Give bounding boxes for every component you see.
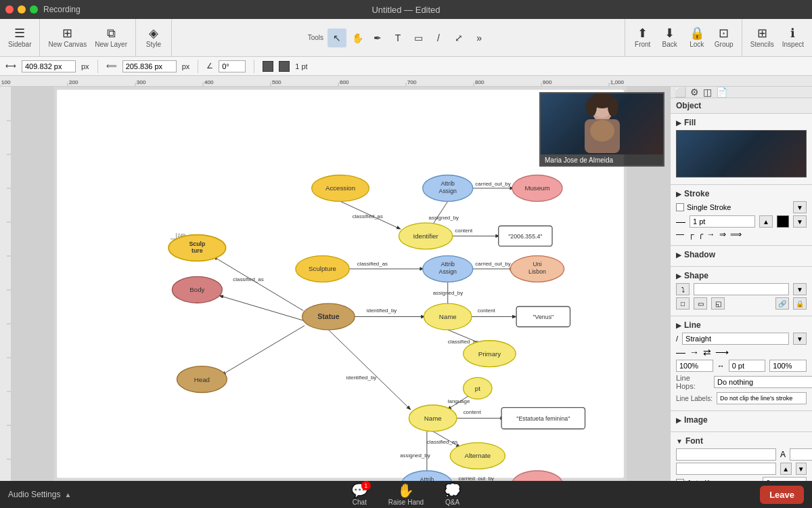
- back-button[interactable]: ⬇ Back: [658, 26, 682, 49]
- chat-button[interactable]: 💬 Chat 1: [351, 484, 368, 506]
- stroke-join3[interactable]: ╭: [698, 230, 703, 239]
- pen-tool[interactable]: ✒: [368, 28, 387, 47]
- sidebar-button[interactable]: ☰ Sidebar: [5, 26, 34, 49]
- image-arrow: ▶: [676, 417, 681, 424]
- shape-sq1[interactable]: □: [676, 297, 690, 310]
- shape-input1[interactable]: [694, 283, 789, 295]
- stroke-arrow2[interactable]: ⇒: [719, 230, 726, 239]
- svg-text:identified_by: identified_by: [346, 375, 377, 381]
- close-button[interactable]: [5, 5, 14, 14]
- panel-icon-3[interactable]: ◫: [703, 87, 712, 98]
- stroke-header[interactable]: ▶ Stroke: [676, 189, 807, 198]
- shape-btn1[interactable]: ⤵: [676, 283, 690, 295]
- new-layer-button[interactable]: ⧉ New Layer: [92, 26, 130, 49]
- video-background: [541, 93, 663, 154]
- qa-button[interactable]: 💭 Q&A: [444, 484, 461, 506]
- select-tool[interactable]: ↖: [328, 28, 346, 47]
- color-swatch-mini: [263, 61, 273, 72]
- minimize-button[interactable]: [18, 5, 26, 14]
- single-stroke-checkbox[interactable]: [676, 203, 684, 211]
- angle1-input[interactable]: [219, 60, 246, 72]
- line-hops-input[interactable]: [714, 376, 812, 388]
- line-end-r[interactable]: →: [690, 347, 699, 358]
- image-header[interactable]: ▶ Image: [676, 415, 807, 425]
- raise-hand-button[interactable]: ✋ Raise Hand: [388, 484, 424, 506]
- svg-text:Name: Name: [439, 313, 457, 320]
- stroke-color-swatch[interactable]: [777, 215, 789, 228]
- right-panel: ⬜ ⚙ ◫ 📄 Object ▶ Fill ▶ Stroke Single St…: [670, 87, 812, 481]
- line-end-swap[interactable]: ⇄: [703, 347, 711, 358]
- stroke-weight-input[interactable]: [690, 215, 755, 228]
- svg-point-124: [590, 120, 614, 142]
- canvas[interactable]: 249 classified_as carried_out_by assigne…: [11, 87, 670, 481]
- new-layer-icon: ⧉: [107, 27, 116, 39]
- font-up[interactable]: ▲: [780, 463, 792, 475]
- shape-sq2[interactable]: ▭: [694, 297, 707, 310]
- connection-tool[interactable]: ⤢: [449, 28, 468, 47]
- font-family-input[interactable]: [676, 448, 776, 461]
- font-size-input[interactable]: [790, 448, 812, 461]
- font-header[interactable]: ▼ Font: [676, 436, 807, 446]
- stroke-join1[interactable]: —: [676, 230, 684, 239]
- svg-text:language: language: [448, 398, 470, 404]
- font-family-row: A: [676, 448, 807, 461]
- y-label: ⟸: [106, 62, 117, 70]
- stroke-weight-icon: —: [676, 216, 685, 227]
- x-input[interactable]: [22, 60, 76, 72]
- audio-settings-arrow[interactable]: ▲: [64, 491, 71, 499]
- shape-lock2[interactable]: 🔒: [793, 297, 807, 310]
- shape-sq3[interactable]: ◱: [711, 297, 725, 310]
- stencils-label: Stencils: [750, 41, 774, 48]
- stroke-arrow3[interactable]: ⟹: [730, 230, 742, 239]
- front-button[interactable]: ⬆ Front: [631, 26, 655, 49]
- y-input[interactable]: [122, 60, 177, 72]
- svg-text:Attrib: Attrib: [441, 261, 455, 268]
- vertical-ruler: [0, 87, 11, 481]
- svg-text:500: 500: [272, 79, 281, 85]
- stroke-arrow1[interactable]: →: [707, 230, 715, 239]
- style-button[interactable]: ◈ Style: [141, 26, 166, 49]
- shape-btn2[interactable]: ▼: [793, 283, 807, 295]
- line-pct1-input[interactable]: [676, 360, 713, 372]
- stroke-up[interactable]: ▲: [759, 215, 773, 228]
- line-end-long[interactable]: ⟶: [715, 347, 729, 358]
- line-header[interactable]: ▶ Line: [676, 320, 807, 330]
- shape-arrow: ▶: [676, 272, 681, 280]
- meeting-controls: 💬 Chat 1 ✋ Raise Hand 💭 Q&A: [351, 484, 461, 506]
- shadow-header[interactable]: ▶ Shadow: [676, 250, 807, 259]
- stroke-color-dropdown[interactable]: ▼: [793, 215, 807, 228]
- line-type-dropdown[interactable]: ▼: [793, 333, 807, 345]
- group-button[interactable]: ⊡ Group: [712, 26, 736, 49]
- font-style-input[interactable]: [676, 463, 776, 475]
- shape-header[interactable]: ▶ Shape: [676, 271, 807, 280]
- line-end-l[interactable]: —: [676, 347, 685, 358]
- leave-button[interactable]: Leave: [760, 486, 804, 504]
- panel-icon-1[interactable]: ⬜: [675, 87, 686, 98]
- stroke-join2[interactable]: ┌: [688, 230, 694, 239]
- font-down[interactable]: ▼: [796, 463, 807, 475]
- line-type-input[interactable]: [682, 333, 789, 345]
- fill-header[interactable]: ▶ Fill: [676, 118, 807, 127]
- line-pt-input[interactable]: [729, 360, 766, 372]
- panel-icon-2[interactable]: ⚙: [690, 87, 699, 98]
- panel-icon-4[interactable]: 📄: [716, 87, 727, 98]
- shape-tool[interactable]: ▭: [409, 28, 428, 47]
- new-canvas-button[interactable]: ⊞ New Canvas: [45, 26, 89, 49]
- inspect-button[interactable]: ℹ Inspect: [780, 26, 807, 49]
- stroke-dropdown[interactable]: ▼: [793, 201, 807, 213]
- svg-text:Alternate: Alternate: [464, 452, 491, 459]
- line-tool[interactable]: /: [429, 28, 448, 47]
- line-pct2-input[interactable]: [769, 360, 807, 372]
- hand-tool[interactable]: ✋: [348, 28, 367, 47]
- more-tool[interactable]: »: [470, 28, 489, 47]
- shadow-section: ▶ Shadow: [671, 246, 812, 267]
- stencils-button[interactable]: ⊞ Stencils: [748, 26, 777, 49]
- lock-button[interactable]: 🔒 Lock: [685, 26, 709, 49]
- shape-link[interactable]: 🔗: [775, 297, 789, 310]
- toolbar: ☰ Sidebar ⊞ New Canvas ⧉ New Layer ◈ Sty…: [0, 19, 812, 57]
- style-icon: ◈: [149, 27, 158, 39]
- maximize-button[interactable]: [30, 5, 38, 14]
- svg-text:content: content: [478, 308, 496, 314]
- line-labels-input[interactable]: [717, 392, 807, 404]
- text-tool[interactable]: T: [388, 28, 407, 47]
